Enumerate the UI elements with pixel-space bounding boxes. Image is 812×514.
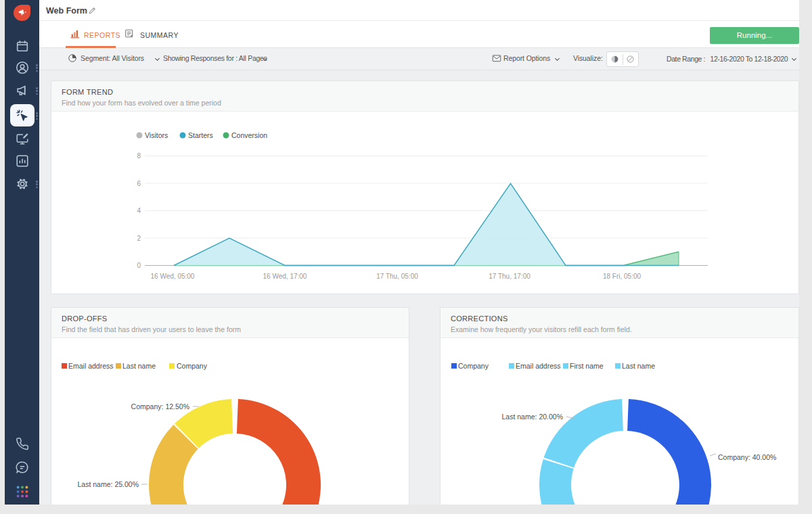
svg-text:Visitors: Visitors	[145, 131, 168, 139]
svg-text:8: 8	[137, 152, 141, 160]
svg-text:Company: 40.00%: Company: 40.00%	[718, 453, 776, 461]
svg-text:6: 6	[137, 180, 141, 187]
svg-text:Last name: 20.00%: Last name: 20.00%	[502, 413, 563, 421]
svg-text:Company: 12.50%: Company: 12.50%	[131, 402, 189, 411]
svg-text:16 Wed, 05:00: 16 Wed, 05:00	[151, 273, 195, 280]
svg-text:2: 2	[137, 235, 141, 242]
svg-text:16 Wed, 17:00: 16 Wed, 17:00	[263, 273, 307, 280]
svg-text:0: 0	[137, 262, 141, 269]
svg-text:18 Fri, 05:00: 18 Fri, 05:00	[603, 273, 641, 280]
svg-text:17 Thu, 17:00: 17 Thu, 17:00	[489, 273, 531, 280]
svg-text:Conversion: Conversion	[231, 131, 267, 139]
svg-text:Starters: Starters	[188, 131, 213, 139]
svg-text:Last name: 25.00%: Last name: 25.00%	[78, 480, 139, 488]
svg-text:17 Thu, 05:00: 17 Thu, 05:00	[376, 273, 418, 280]
svg-text:4: 4	[137, 207, 141, 214]
